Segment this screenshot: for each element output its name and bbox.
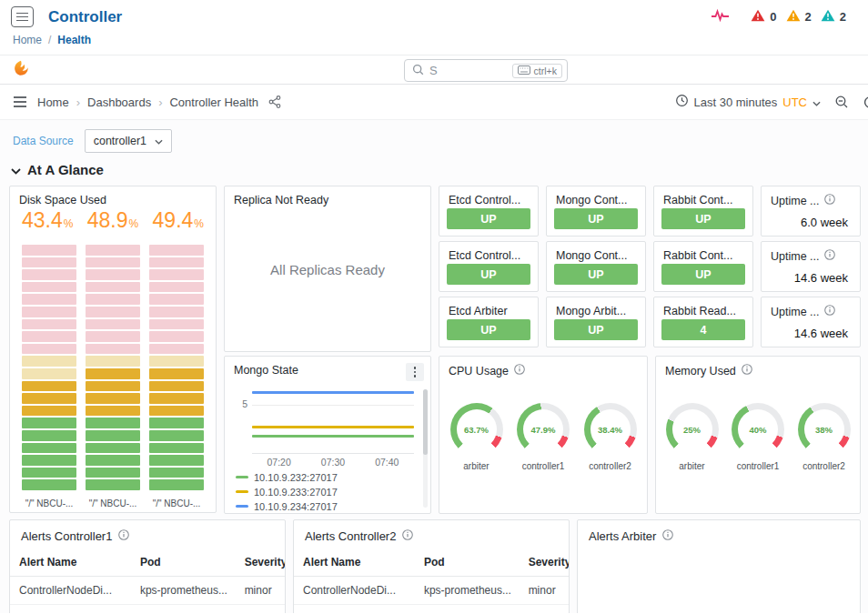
grafana-logo-icon[interactable]	[12, 59, 30, 81]
panel-title-text: Alerts Arbiter	[589, 529, 656, 543]
search-input[interactable]: S ctrl+k	[404, 59, 568, 82]
disk-gauge-segment	[149, 430, 204, 441]
legend-color-dash	[236, 505, 248, 508]
info-icon[interactable]	[824, 194, 835, 207]
search-shortcut-badge: ctrl+k	[512, 64, 562, 78]
disk-gauge-segment	[22, 418, 76, 428]
app-breadcrumb: Home / Health	[0, 34, 868, 55]
status-title: Etcd Arbiter	[439, 297, 538, 319]
status-title: Mongo Cont...	[547, 186, 645, 208]
uptime-value: 14.6 week	[794, 271, 848, 285]
alert-cell: ControllerNodeDi...	[294, 577, 415, 605]
memory-gauges: 25% arbiter 40% controller1 38% controll…	[656, 403, 860, 471]
dashboard-body: Data Source controller1 At A Glance Disk…	[0, 120, 868, 613]
disk-gauge-segment	[86, 245, 140, 256]
disk-gauge-column	[149, 245, 204, 490]
datasource-label[interactable]: Data Source	[13, 135, 74, 147]
status-panel: Rabbit Read... 4	[653, 297, 753, 347]
series-line-232	[252, 435, 414, 438]
gauge-label: controller1	[728, 461, 788, 471]
table-header-row: Alert Name Pod Severity	[10, 549, 285, 577]
status-value: UP	[661, 208, 745, 229]
app-title: Controller	[48, 8, 122, 26]
grafana-menu-icon[interactable]	[13, 96, 27, 108]
disk-gauge-label: "/" NBCU-...	[86, 498, 140, 508]
gauge: 38% controller2	[794, 403, 854, 471]
breadcrumb-current-link[interactable]: Health	[57, 34, 91, 46]
section-title: At A Glance	[27, 162, 104, 177]
grafana-crumb-home[interactable]: Home	[37, 96, 69, 109]
share-dashboard-icon[interactable]	[268, 96, 281, 108]
gauge-value: 38%	[815, 425, 833, 435]
uptime-column: Uptime ... 6.0 week Uptime ... 14.6 week…	[761, 186, 861, 347]
alert-cell: warning	[520, 605, 569, 614]
status-value: UP	[447, 319, 530, 340]
info-icon[interactable]	[118, 529, 129, 543]
gauge: 40% controller1	[728, 403, 788, 471]
warning-alerts-indicator[interactable]: 2	[786, 9, 812, 25]
legend-item[interactable]: 10.10.9.232:27017	[236, 471, 338, 483]
legend-label: 10.10.9.233:27017	[254, 487, 338, 498]
info-icon[interactable]	[514, 364, 525, 377]
info-alerts-indicator[interactable]: 2	[821, 9, 846, 25]
panel-alerts-controller1: Alerts Controller1 Alert Name Pod Severi…	[9, 519, 286, 613]
chevron-down-icon	[11, 162, 21, 177]
status-value: UP	[554, 319, 638, 340]
app-menu-button[interactable]	[11, 6, 34, 27]
info-icon[interactable]	[742, 364, 752, 377]
alert-cell: warning	[236, 605, 285, 614]
disk-gauge-segment	[22, 479, 76, 490]
critical-alerts-indicator[interactable]: 0	[751, 9, 776, 25]
grafana-crumb-current[interactable]: Controller Health	[169, 96, 258, 109]
legend-item[interactable]: 10.10.9.234:27017	[236, 500, 338, 512]
panel-title: Memory Used	[656, 357, 860, 379]
scrollbar-thumb[interactable]	[423, 389, 428, 455]
zoom-out-icon[interactable]	[834, 95, 849, 109]
legend-color-dash	[236, 476, 248, 478]
gauge-ring: 40%	[732, 403, 784, 456]
info-icon[interactable]	[662, 529, 673, 543]
grafana-crumb-dashboards[interactable]: Dashboards	[87, 96, 151, 109]
panel-cpu-usage: CPU Usage 63.7% arbiter 47.9% controller…	[439, 356, 648, 514]
info-icon[interactable]	[402, 529, 413, 543]
alert-cell: minor	[236, 577, 285, 605]
time-range-picker[interactable]: Last 30 minutes UTC	[675, 94, 822, 110]
disk-gauge-segment	[22, 356, 76, 367]
breadcrumb-home-link[interactable]: Home	[13, 34, 42, 46]
uptime-value: 14.6 week	[794, 327, 848, 340]
panel-alerts-controller2: Alerts Controller2 Alert Name Pod Severi…	[293, 519, 570, 613]
refresh-icon[interactable]	[863, 95, 868, 110]
status-title: Rabbit Read...	[654, 297, 752, 319]
activity-pulse-icon[interactable]	[712, 8, 729, 25]
gauge-value: 47.9%	[531, 425, 556, 435]
disk-stats: 43.4% 48.9% 49.4%	[10, 208, 216, 233]
critical-alert-count: 0	[770, 10, 776, 24]
gauge-label: arbiter	[447, 461, 507, 471]
status-value: 4	[661, 319, 745, 340]
series-line-233	[252, 426, 414, 428]
disk-gauge-segment	[149, 406, 204, 417]
clock-icon	[675, 94, 689, 110]
legend-label: 10.10.9.234:27017	[254, 501, 338, 512]
uptime-title-text: Uptime ...	[771, 195, 820, 207]
gauge-label: controller2	[580, 461, 641, 471]
legend-scrollbar[interactable]	[423, 389, 428, 508]
section-at-a-glance[interactable]: At A Glance	[11, 162, 104, 177]
datasource-dropdown[interactable]: controller1	[85, 129, 172, 153]
disk-gauge-segment	[22, 455, 76, 466]
chevron-down-icon	[812, 96, 821, 109]
status-value: UP	[554, 208, 638, 229]
panel-title-text: Alerts Controller1	[21, 529, 112, 543]
panel-title: CPU Usage	[439, 357, 647, 379]
status-value: UP	[447, 264, 530, 285]
x-axis-labels: 07:20 07:30 07:40	[252, 457, 414, 468]
gauge-hole: 63.7%	[457, 409, 497, 449]
info-icon[interactable]	[824, 249, 835, 263]
legend-item[interactable]: 10.10.9.233:27017	[236, 486, 338, 498]
info-icon[interactable]	[824, 305, 835, 318]
panel-memory-used: Memory Used 25% arbiter 40% controller1 …	[655, 356, 861, 514]
alert-row: ControllerNodeDi...kps-prometheus...mino…	[294, 577, 569, 605]
alert-row: licenseLoadErrorscontroller-metric...war…	[294, 605, 569, 614]
panel-menu-icon[interactable]	[406, 363, 424, 381]
status-title: Etcd Control...	[439, 242, 538, 264]
